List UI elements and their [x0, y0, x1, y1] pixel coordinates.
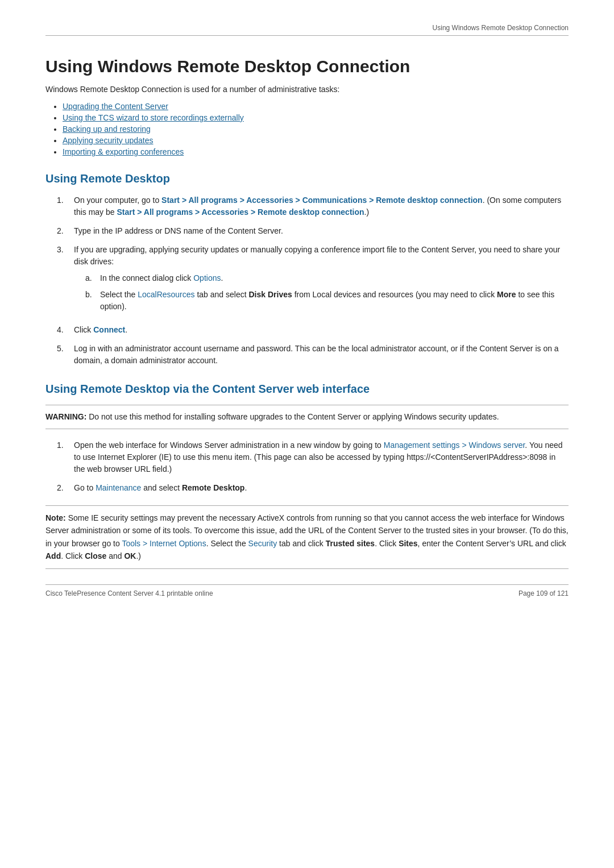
inline-bold-add: Add	[45, 551, 61, 560]
header-title: Using Windows Remote Desktop Connection	[433, 24, 569, 32]
inline-bold-sites: Sites	[399, 539, 417, 548]
section2-step-2: Go to Maintenance and select Remote Desk…	[57, 482, 569, 494]
inline-link-maintenance: Maintenance	[96, 483, 141, 492]
note-box: Note: Some IE security settings may prev…	[45, 505, 569, 569]
inline-link-start-alt: Start > All programs > Accessories > Rem…	[117, 207, 364, 217]
warning-bold: WARNING:	[45, 412, 86, 421]
warning-box: WARNING: Do not use this method for inst…	[45, 405, 569, 429]
step-1: On your computer, go to Start > All prog…	[57, 194, 569, 218]
section2-step-1: Open the web interface for Windows Serve…	[57, 439, 569, 475]
inline-bold-more: More	[497, 290, 516, 299]
link-backing-up[interactable]: Backing up and restoring	[63, 124, 151, 134]
section1-steps: On your computer, go to Start > All prog…	[57, 194, 569, 367]
link-security-updates[interactable]: Applying security updates	[63, 136, 154, 145]
sub-step-a: In the connect dialog click Options.	[85, 272, 569, 284]
sub-list-3: In the connect dialog click Options. Sel…	[85, 272, 569, 313]
link-tcs-wizard[interactable]: Using the TCS wizard to store recordings…	[63, 113, 244, 122]
inline-link-tools: Tools > Internet Options	[122, 539, 206, 548]
page-wrapper: Using Windows Remote Desktop Connection …	[0, 0, 614, 614]
step-5: Log in with an administrator account use…	[57, 343, 569, 367]
footer-right: Page 109 of 121	[518, 589, 569, 597]
main-title: Using Windows Remote Desktop Connection	[45, 56, 569, 77]
inline-link-localresources: LocalResources	[138, 290, 194, 299]
footer-left: Cisco TelePresence Content Server 4.1 pr…	[45, 589, 213, 597]
intro-text: Windows Remote Desktop Connection is use…	[45, 85, 569, 94]
sub-step-b: Select the LocalResources tab and select…	[85, 289, 569, 313]
note-bold: Note:	[45, 513, 66, 522]
link-upgrading[interactable]: Upgrading the Content Server	[63, 102, 168, 111]
section1-heading: Using Remote Desktop	[45, 172, 569, 185]
inline-link-management: Management settings > Windows server	[384, 441, 525, 450]
inline-bold-trusted: Trusted sites	[326, 539, 375, 548]
inline-link-start: Start > All programs > Accessories > Com…	[161, 196, 483, 205]
list-item: Importing & exporting conferences	[63, 147, 569, 156]
inline-link-options: Options	[193, 273, 221, 283]
inline-bold-close: Close	[85, 551, 106, 560]
note-text: Note: Some IE security settings may prev…	[45, 512, 569, 563]
step-4: Click Connect.	[57, 324, 569, 336]
list-item: Applying security updates	[63, 136, 569, 145]
bullet-list: Upgrading the Content Server Using the T…	[63, 102, 569, 156]
link-importing[interactable]: Importing & exporting conferences	[63, 147, 184, 156]
section2-heading: Using Remote Desktop via the Content Ser…	[45, 383, 569, 396]
section2-steps: Open the web interface for Windows Serve…	[57, 439, 569, 494]
list-item: Using the TCS wizard to store recordings…	[63, 113, 569, 122]
list-item: Upgrading the Content Server	[63, 102, 569, 111]
step-2: Type in the IP address or DNS name of th…	[57, 225, 569, 237]
section2: Using Remote Desktop via the Content Ser…	[45, 383, 569, 569]
page-header: Using Windows Remote Desktop Connection	[45, 23, 569, 36]
inline-link-connect: Connect	[93, 325, 125, 334]
page-footer: Cisco TelePresence Content Server 4.1 pr…	[45, 584, 569, 597]
inline-bold-ok: OK	[124, 551, 136, 560]
step-3: If you are upgrading, applying security …	[57, 244, 569, 317]
inline-bold-disk: Disk Drives	[249, 290, 292, 299]
inline-bold-remote: Remote Desktop	[182, 483, 244, 492]
inline-link-security: Security	[248, 539, 277, 548]
list-item: Backing up and restoring	[63, 124, 569, 134]
warning-text: WARNING: Do not use this method for inst…	[45, 411, 569, 423]
